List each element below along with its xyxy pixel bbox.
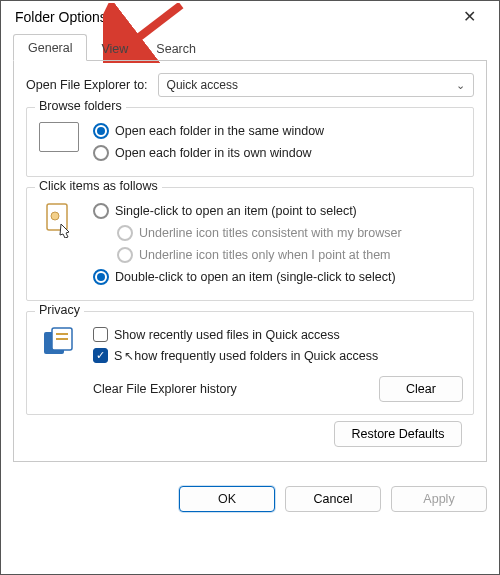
checkbox-icon: ✓ [93,348,108,363]
radio-icon [117,225,133,241]
clear-button[interactable]: Clear [379,376,463,402]
group-title-browse: Browse folders [35,99,126,113]
radio-label: Underline icon titles only when I point … [139,248,391,262]
tab-general[interactable]: General [13,34,87,61]
checkbox-recent-files[interactable]: Show recently used files in Quick access [93,324,463,345]
checkbox-label: S↖Show frequently used folders in Quick … [114,349,378,363]
privacy-icon [37,324,81,358]
radio-same-window[interactable]: Open each folder in the same window [93,120,463,142]
tab-panel-general: Open File Explorer to: Quick access ⌄ Br… [13,61,487,462]
title-bar: Folder Options ✕ [1,1,499,30]
open-to-select[interactable]: Quick access ⌄ [158,73,474,97]
radio-icon [93,203,109,219]
radio-label: Open each folder in the same window [115,124,324,138]
apply-button[interactable]: Apply [391,486,487,512]
radio-own-window[interactable]: Open each folder in its own window [93,142,463,164]
tab-strip: General View Search [1,34,499,61]
folder-icon [37,120,81,152]
chevron-down-icon: ⌄ [456,79,465,92]
checkbox-icon [93,327,108,342]
ok-button[interactable]: OK [179,486,275,512]
radio-label: Single-click to open an item (point to s… [115,204,357,218]
radio-icon [93,123,109,139]
open-to-label: Open File Explorer to: [26,78,148,92]
radio-icon [93,269,109,285]
radio-double-click[interactable]: Double-click to open an item (single-cli… [93,266,463,288]
radio-underline-point: Underline icon titles only when I point … [93,244,463,266]
checkbox-frequent-folders[interactable]: ✓ S↖Show frequently used folders in Quic… [93,345,463,366]
radio-label: Double-click to open an item (single-cli… [115,270,396,284]
dialog-buttons: OK Cancel Apply [1,472,499,524]
window-title: Folder Options [15,9,107,25]
open-to-value: Quick access [167,78,238,92]
cancel-button[interactable]: Cancel [285,486,381,512]
click-icon [37,200,81,238]
cursor-icon: ↖ [124,349,134,363]
checkbox-label: Show recently used files in Quick access [114,328,340,342]
group-title-privacy: Privacy [35,303,84,317]
close-icon[interactable]: ✕ [449,7,489,26]
tab-view[interactable]: View [87,36,142,61]
clear-history-label: Clear File Explorer history [93,382,237,396]
group-click-items: Click items as follows Single-click to o… [26,187,474,301]
group-privacy: Privacy Show recently used files in Quic… [26,311,474,415]
radio-single-click[interactable]: Single-click to open an item (point to s… [93,200,463,222]
tab-search[interactable]: Search [142,36,210,61]
radio-underline-browser: Underline icon titles consistent with my… [93,222,463,244]
svg-point-2 [51,212,59,220]
radio-label: Underline icon titles consistent with my… [139,226,402,240]
radio-label: Open each folder in its own window [115,146,312,160]
group-browse-folders: Browse folders Open each folder in the s… [26,107,474,177]
radio-icon [93,145,109,161]
restore-defaults-button[interactable]: Restore Defaults [334,421,462,447]
group-title-click: Click items as follows [35,179,162,193]
radio-icon [117,247,133,263]
